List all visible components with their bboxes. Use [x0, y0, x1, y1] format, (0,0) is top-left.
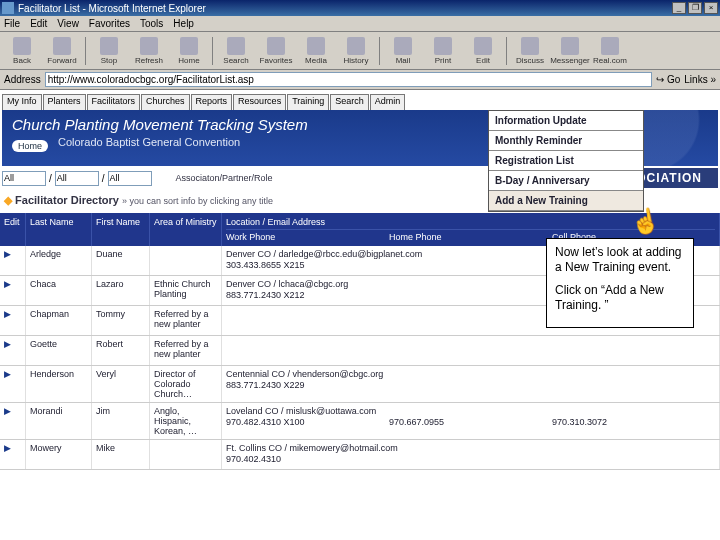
refresh-icon: [140, 37, 158, 55]
cell-contact: Ft. Collins CO / mikemowery@hotmail.com9…: [222, 440, 720, 469]
menu-tools[interactable]: Tools: [140, 18, 163, 29]
ie-icon: [2, 2, 14, 14]
mail-icon: [394, 37, 412, 55]
address-bar: Address ↪ Go Links »: [0, 70, 720, 90]
filter-select-2[interactable]: All: [55, 171, 99, 186]
cell-lastname: Mowery: [26, 440, 92, 469]
tab-reports[interactable]: Reports: [191, 94, 233, 110]
media-icon: [307, 37, 325, 55]
favorites-button[interactable]: Favorites: [256, 37, 296, 65]
tab-facilitators[interactable]: Facilitators: [87, 94, 141, 110]
admin-item-info-update[interactable]: Information Update: [489, 111, 643, 131]
window-titlebar: Facilitator List - Microsoft Internet Ex…: [0, 0, 720, 16]
stop-icon: [100, 37, 118, 55]
forward-icon: [53, 37, 71, 55]
banner-home-button[interactable]: Home: [12, 140, 48, 152]
cell-area: Referred by a new planter: [150, 336, 222, 365]
col-firstname[interactable]: First Name: [92, 213, 150, 246]
cell-contact: Loveland CO / mislusk@uottawa.com970.482…: [222, 403, 720, 439]
cell-firstname: Veryl: [92, 366, 150, 402]
menu-edit[interactable]: Edit: [30, 18, 47, 29]
tab-training[interactable]: Training: [287, 94, 329, 110]
address-input[interactable]: [45, 72, 653, 87]
tab-churches[interactable]: Churches: [141, 94, 190, 110]
history-icon: [347, 37, 365, 55]
cell-area: Director of Colorado Church…: [150, 366, 222, 402]
edit-row-button[interactable]: ▶: [0, 440, 26, 469]
col-edit[interactable]: Edit: [0, 213, 26, 246]
admin-item-monthly-reminder[interactable]: Monthly Reminder: [489, 131, 643, 151]
cell-contact: Centennial CO / vhenderson@cbgc.org883.7…: [222, 366, 720, 402]
cell-lastname: Arledge: [26, 246, 92, 275]
tab-admin[interactable]: Admin: [370, 94, 406, 110]
cell-firstname: Tommy: [92, 306, 150, 335]
search-button[interactable]: Search: [216, 37, 256, 65]
pointer-hand-icon: ☝: [628, 206, 662, 239]
admin-item-bday-anniversary[interactable]: B-Day / Anniversary: [489, 171, 643, 191]
nav-tabs: My Info Planters Facilitators Churches R…: [2, 94, 720, 110]
edit-row-button[interactable]: ▶: [0, 336, 26, 365]
col-area[interactable]: Area of Ministry: [150, 213, 222, 246]
realcom-button[interactable]: Real.com: [590, 37, 630, 65]
col-lastname[interactable]: Last Name: [26, 213, 92, 246]
cell-firstname: Jim: [92, 403, 150, 439]
print-button[interactable]: Print: [423, 37, 463, 65]
refresh-button[interactable]: Refresh: [129, 37, 169, 65]
cell-area: Anglo, Hispanic, Korean, …: [150, 403, 222, 439]
mail-button[interactable]: Mail: [383, 37, 423, 65]
menu-favorites[interactable]: Favorites: [89, 18, 130, 29]
filter-select-3[interactable]: All: [108, 171, 152, 186]
edit-row-button[interactable]: ▶: [0, 366, 26, 402]
realcom-icon: [601, 37, 619, 55]
table-row: ▶MoweryMikeFt. Collins CO / mikemowery@h…: [0, 440, 720, 470]
filter-select-1[interactable]: All: [2, 171, 46, 186]
cell-area: [150, 440, 222, 469]
discuss-button[interactable]: Discuss: [510, 37, 550, 65]
cell-contact: [222, 336, 720, 365]
bullet-icon: ◆: [4, 194, 12, 206]
links-button[interactable]: Links »: [684, 74, 716, 85]
admin-item-add-new-training[interactable]: Add a New Training: [489, 191, 643, 211]
edit-row-button[interactable]: ▶: [0, 403, 26, 439]
go-button[interactable]: ↪ Go: [656, 74, 680, 85]
admin-dropdown: Information Update Monthly Reminder Regi…: [488, 110, 644, 212]
cell-lastname: Chaca: [26, 276, 92, 305]
callout-text-2: Click on “Add a New Training. ”: [555, 283, 685, 313]
menubar: File Edit View Favorites Tools Help: [0, 16, 720, 32]
discuss-icon: [521, 37, 539, 55]
media-button[interactable]: Media: [296, 37, 336, 65]
messenger-button[interactable]: Messenger: [550, 37, 590, 65]
editdoc-button[interactable]: Edit: [463, 37, 503, 65]
tab-planters[interactable]: Planters: [43, 94, 86, 110]
cell-area: [150, 246, 222, 275]
tab-resources[interactable]: Resources: [233, 94, 286, 110]
cell-firstname: Duane: [92, 246, 150, 275]
maximize-button[interactable]: ❐: [688, 2, 702, 14]
back-button[interactable]: Back: [2, 37, 42, 65]
history-button[interactable]: History: [336, 37, 376, 65]
table-row: ▶GoetteRobertReferred by a new planter: [0, 336, 720, 366]
forward-button[interactable]: Forward: [42, 37, 82, 65]
cell-lastname: Morandi: [26, 403, 92, 439]
tab-search[interactable]: Search: [330, 94, 369, 110]
page-content: My Info Planters Facilitators Churches R…: [0, 90, 720, 540]
table-row: ▶MorandiJimAnglo, Hispanic, Korean, …Lov…: [0, 403, 720, 440]
cell-firstname: Mike: [92, 440, 150, 469]
menu-help[interactable]: Help: [173, 18, 194, 29]
toolbar: Back Forward Stop Refresh Home Search Fa…: [0, 32, 720, 70]
home-button[interactable]: Home: [169, 37, 209, 65]
edit-icon: [474, 37, 492, 55]
instruction-callout: Now let’s look at adding a New Training …: [546, 238, 694, 328]
tab-myinfo[interactable]: My Info: [2, 94, 42, 110]
menu-file[interactable]: File: [4, 18, 20, 29]
menu-view[interactable]: View: [57, 18, 79, 29]
minimize-button[interactable]: _: [672, 2, 686, 14]
close-button[interactable]: ×: [704, 2, 718, 14]
edit-row-button[interactable]: ▶: [0, 306, 26, 335]
table-row: ▶HendersonVerylDirector of Colorado Chur…: [0, 366, 720, 403]
admin-item-registration-list[interactable]: Registration List: [489, 151, 643, 171]
star-icon: [267, 37, 285, 55]
edit-row-button[interactable]: ▶: [0, 276, 26, 305]
edit-row-button[interactable]: ▶: [0, 246, 26, 275]
stop-button[interactable]: Stop: [89, 37, 129, 65]
